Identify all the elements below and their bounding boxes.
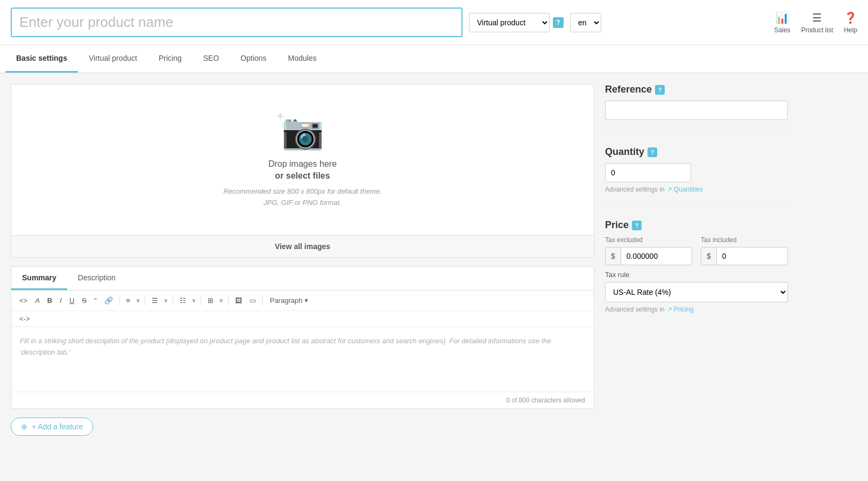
toolbar-listol-dropdown[interactable]: ▼ (191, 298, 197, 304)
add-feature-button[interactable]: ⊕ + Add a feature (11, 418, 93, 436)
image-drop-area[interactable]: + 📷 Drop images here or select files Rec… (11, 84, 594, 235)
tax-included-currency: $ (701, 247, 717, 265)
product-type-wrap: Virtual product Standard product Pack of… (469, 13, 564, 32)
tab-virtual-product[interactable]: Virtual product (78, 45, 148, 73)
product-list-icon: ☰ (812, 11, 822, 24)
toolbar-separator-5 (228, 296, 229, 306)
toolbar-underline-btn[interactable]: U (67, 295, 77, 306)
tax-included-input[interactable] (717, 247, 787, 265)
camera-icon-wrap: + 📷 (281, 111, 324, 152)
product-type-select[interactable]: Virtual product Standard product Pack of… (469, 13, 550, 32)
toolbar-separator-2 (145, 296, 145, 306)
price-advanced-link: Advanced settings in ↗ Pricing (605, 306, 788, 313)
drop-text-hint: Recommended size 800 x 800px for default… (223, 186, 381, 209)
toolbar-table-btn[interactable]: ⊞ (205, 295, 216, 306)
language-select[interactable]: en fr es (570, 13, 601, 32)
drop-text-main: Drop images here (268, 159, 337, 169)
toolbar-separator-6 (262, 296, 263, 306)
toolbar-link-btn[interactable]: 🔗 (102, 295, 116, 306)
toolbar-listul-dropdown[interactable]: ▼ (163, 298, 169, 304)
toolbar-list-ol-btn[interactable]: ☷ (177, 295, 189, 306)
toolbar-expand-btn[interactable]: <-> (17, 313, 33, 324)
help-action[interactable]: ❓ Help (844, 11, 857, 34)
plus-icon: + (277, 109, 284, 123)
divider-2 (605, 206, 788, 207)
tab-seo[interactable]: SEO (193, 45, 230, 73)
price-section: Price ? Tax excluded $ Tax included $ (605, 220, 788, 313)
toolbar-align-btn[interactable]: ≡ (124, 295, 133, 306)
price-row: Tax excluded $ Tax included $ (605, 236, 788, 265)
tax-rule-label: Tax rule (605, 271, 788, 279)
drop-text-select: or select files (275, 171, 330, 181)
camera-icon: 📷 (281, 112, 324, 151)
char-count-label: 0 of 800 characters allowed (506, 397, 585, 404)
tax-included-col: Tax included $ (701, 236, 788, 265)
toolbar-italic-btn[interactable]: I (57, 295, 65, 306)
editor-content-area[interactable]: Fill in a striking short description of … (11, 327, 594, 392)
tax-rule-select[interactable]: US-AL Rate (4%) US-CA Rate (8%) No tax (605, 282, 788, 302)
tab-pricing[interactable]: Pricing (148, 45, 193, 73)
help-label: Help (844, 26, 857, 34)
help-icon: ❓ (844, 11, 857, 24)
tab-basic-settings[interactable]: Basic settings (5, 45, 78, 73)
image-drop-zone[interactable]: + 📷 Drop images here or select files Rec… (11, 84, 594, 258)
editor-tab-description[interactable]: Description (67, 267, 126, 290)
reference-help-icon[interactable]: ? (655, 85, 665, 95)
toolbar-image-btn[interactable]: 🖼 (232, 295, 245, 306)
tax-excluded-input-wrap: $ (605, 247, 692, 265)
add-feature-plus-icon: ⊕ (21, 422, 27, 431)
toolbar-table-dropdown[interactable]: ▼ (218, 298, 224, 304)
sales-label: Sales (774, 26, 791, 34)
tab-options[interactable]: Options (230, 45, 277, 73)
product-type-help-icon[interactable]: ? (553, 17, 564, 28)
tax-included-input-wrap: $ (701, 247, 788, 265)
tabs-bar: Basic settings Virtual product Pricing S… (0, 45, 868, 73)
sales-action[interactable]: 📊 Sales (774, 11, 791, 34)
header: Virtual product Standard product Pack of… (0, 0, 868, 45)
quantities-link[interactable]: ↗ Quantities (667, 186, 703, 193)
editor-toolbar: <> A B I U S " 🔗 ≡ ▼ ☰ ▼ ☷ ▼ ⊞ ▼ (11, 291, 594, 311)
tax-excluded-input[interactable] (621, 247, 692, 265)
editor-tabs: Summary Description (11, 267, 594, 291)
editor-tab-summary[interactable]: Summary (11, 267, 67, 290)
divider-1 (605, 133, 788, 133)
toolbar-list-ul-btn[interactable]: ☰ (149, 295, 161, 306)
editor-placeholder-text: Fill in a striking short description of … (20, 337, 551, 356)
left-panel: + 📷 Drop images here or select files Rec… (11, 84, 594, 436)
add-feature-label: + Add a feature (32, 422, 83, 431)
sales-icon: 📊 (775, 11, 789, 24)
tax-excluded-currency: $ (606, 247, 621, 265)
toolbar-strikethrough-btn[interactable]: S (79, 295, 89, 306)
quantity-input[interactable] (605, 163, 691, 182)
editor-footer: 0 of 800 characters allowed (11, 392, 594, 408)
tax-excluded-label: Tax excluded (605, 236, 692, 244)
reference-title: Reference ? (605, 84, 788, 95)
product-name-input[interactable] (11, 8, 463, 37)
reference-section: Reference ? (605, 84, 788, 120)
toolbar-frame-btn[interactable]: ▭ (247, 295, 259, 306)
main-content: + 📷 Drop images here or select files Rec… (0, 73, 868, 447)
toolbar-bold-btn[interactable]: B (45, 295, 55, 306)
toolbar-blockquote-btn[interactable]: " (91, 295, 99, 306)
product-list-label: Product list (801, 26, 833, 34)
price-help-icon[interactable]: ? (632, 221, 642, 230)
paragraph-dropdown-icon: ▼ (303, 298, 309, 303)
toolbar-separator-3 (173, 296, 173, 306)
reference-input[interactable] (605, 101, 788, 120)
pricing-link[interactable]: ↗ Pricing (667, 306, 694, 313)
right-panel: Reference ? Quantity ? Advanced settings… (605, 84, 788, 313)
quantity-section: Quantity ? Advanced settings in ↗ Quanti… (605, 146, 788, 193)
quantity-advanced-link: Advanced settings in ↗ Quantities (605, 186, 788, 193)
toolbar-separator-4 (201, 296, 201, 306)
external-link-icon: ↗ (667, 186, 672, 193)
tab-modules[interactable]: Modules (278, 45, 328, 73)
toolbar-font-btn[interactable]: A (32, 295, 42, 306)
toolbar-paragraph-dropdown[interactable]: Paragraph ▼ (267, 295, 312, 306)
text-editor-section: Summary Description <> A B I U S " 🔗 ≡ ▼… (11, 266, 594, 409)
toolbar-align-dropdown[interactable]: ▼ (135, 298, 141, 304)
quantity-help-icon[interactable]: ? (648, 147, 657, 157)
view-all-images-button[interactable]: View all images (11, 235, 594, 257)
product-list-action[interactable]: ☰ Product list (801, 11, 833, 34)
toolbar-code-btn[interactable]: <> (17, 295, 30, 306)
header-actions: 📊 Sales ☰ Product list ❓ Help (774, 11, 857, 34)
